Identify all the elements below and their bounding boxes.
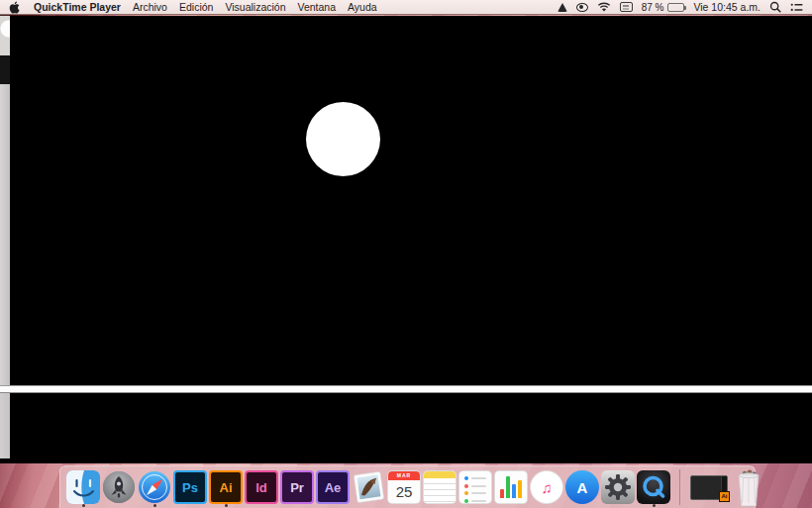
sliver-top-segment [0,16,10,55]
reminders-icon [458,470,492,504]
calendar-icon: MAR 25 [387,470,421,504]
running-indicator [153,504,156,507]
dock-item-premiere[interactable]: Pr [280,466,314,508]
dock-item-itunes[interactable]: ♫ [530,466,563,508]
eye-status-icon[interactable] [576,3,588,12]
notes-icon [423,470,457,504]
menu-archivo[interactable]: Archivo [133,0,167,15]
dock-item-launchpad[interactable] [102,466,136,508]
battery-status[interactable]: 87 % [642,0,685,15]
triangle-status-icon[interactable] [558,3,567,12]
running-indicator [225,504,228,507]
dock-item-minimized-window[interactable]: Ai [689,466,729,508]
video-white-stripe [0,385,812,393]
dock-item-after-effects[interactable]: Ae [316,466,350,508]
mail-stamp-icon [352,470,385,504]
quicktime-q-icon [637,470,670,504]
calendar-day-label: 25 [388,480,420,503]
app-store-icon: A [565,470,599,504]
dock-item-system-preferences[interactable] [601,466,635,508]
minimized-window-thumbnail: Ai [690,475,728,500]
safari-compass-icon [138,470,171,504]
running-indicator [82,504,85,507]
illustrator-icon: Ai [209,470,243,504]
itunes-music-note-icon: ♫ [530,470,563,504]
dock-item-reminders[interactable] [458,466,492,508]
battery-percent-label: 87 % [642,0,664,15]
sliver-dark-band [0,55,10,84]
menu-visualizacion[interactable]: Visualización [225,0,285,15]
finder-icon [66,470,100,504]
dock-item-photoshop[interactable]: Ps [173,466,207,508]
calendar-month-label: MAR [388,471,420,480]
sliver-mid-segment [0,84,10,386]
video-white-circle [306,102,380,176]
dock-item-calendar[interactable]: MAR 25 [387,466,421,508]
dock-item-trash[interactable] [731,466,766,508]
trash-full-icon [732,468,765,508]
notification-center-icon[interactable] [790,2,803,13]
menu-ayuda[interactable]: Ayuda [348,0,377,15]
dock-item-numbers[interactable] [494,466,528,508]
menu-ventana[interactable]: Ventana [298,0,337,15]
menu-edicion[interactable]: Edición [179,0,213,15]
launchpad-rocket-icon [102,470,136,504]
dock-item-mail[interactable] [352,466,385,508]
premiere-icon: Pr [280,470,314,504]
dock-item-quicktime[interactable] [637,466,670,508]
gear-icon [601,470,635,504]
running-indicator [653,504,656,507]
dock-item-safari[interactable] [138,466,171,508]
illustrator-badge: Ai [719,491,730,502]
app-menu-quicktime[interactable]: QuickTime Player [34,0,121,15]
sliver-bottom-segment [0,393,10,458]
display-status-icon[interactable] [620,2,633,12]
apple-menu-icon[interactable] [9,1,20,14]
dock-item-finder[interactable] [66,466,100,508]
quicktime-fullscreen-video[interactable] [0,16,812,463]
dock-item-illustrator[interactable]: Ai [209,466,243,508]
battery-icon [667,3,684,12]
dock: Ps Ai Id Pr Ae [59,465,756,508]
after-effects-icon: Ae [316,470,350,504]
photoshop-icon: Ps [173,470,207,504]
desktop: QuickTime Player Archivo Edición Visuali… [0,0,812,508]
spotlight-search-icon[interactable] [769,1,781,13]
indesign-icon: Id [245,470,278,504]
dock-divider [679,469,680,505]
wifi-icon[interactable] [597,2,611,13]
numbers-chart-icon [494,470,528,504]
dock-item-notes[interactable] [423,466,457,508]
menu-bar-clock[interactable]: Vie 10:45 a.m. [693,0,761,15]
dock-item-app-store[interactable]: A [565,466,599,508]
menu-bar: QuickTime Player Archivo Edición Visuali… [0,0,812,15]
dock-item-indesign[interactable]: Id [245,466,278,508]
